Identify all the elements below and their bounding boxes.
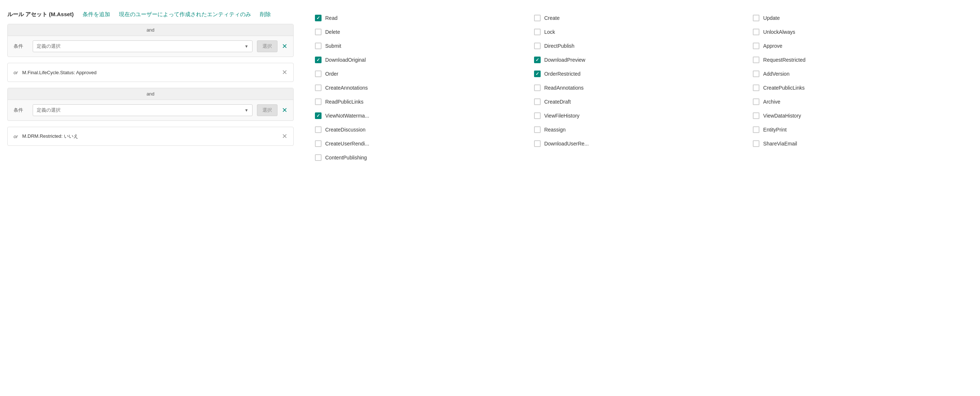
condition-select-2[interactable]: 定義の選択 ▼ [33,104,253,116]
condition-select-1[interactable]: 定義の選択 ▼ [33,40,253,52]
checkbox-submit[interactable] [315,43,321,49]
perm-label-delete: Delete [325,29,340,35]
close-icon-or-2[interactable]: ✕ [282,132,287,141]
condition-select-text-2: 定義の選択 [37,107,60,113]
checkbox-readpubliclinks[interactable] [315,99,321,105]
checkbox-downloadpreview[interactable] [534,57,541,63]
perm-label-reassign: Reassign [544,127,566,133]
condition-label-1: 条件 [14,43,28,50]
perm-item-reassign: Reassign [531,123,750,137]
checkbox-entityprint[interactable] [753,126,759,133]
condition-label-2: 条件 [14,107,28,113]
or-condition-text-2: M.DRM.Restricted: いいえ [22,133,277,140]
checkbox-archive[interactable] [753,99,759,105]
perm-item-submit: Submit [312,39,531,53]
checkbox-createannotations[interactable] [315,85,321,91]
perm-item-contentpublishing: ContentPublishing [312,151,531,164]
add-condition-link[interactable]: 条件を追加 [83,11,110,18]
close-icon-2[interactable]: ✕ [282,106,287,114]
checkbox-viewnotwaterma[interactable] [315,112,321,119]
perm-label-requestrestricted: RequestRestricted [763,57,805,63]
chevron-down-icon-1: ▼ [245,44,248,48]
perm-label-lock: Lock [544,29,555,35]
perm-item-creatediscussion: CreateDiscussion [312,123,531,137]
condition-group-header-2: and [8,88,293,100]
perm-label-read: Read [325,15,337,21]
perm-label-create: Create [544,15,560,21]
checkbox-createpubliclinks[interactable] [753,85,759,91]
checkbox-viewdatahistory[interactable] [753,112,759,119]
perm-label-directpublish: DirectPublish [544,43,574,49]
checkbox-approve[interactable] [753,43,759,49]
condition-row-2: 条件 定義の選択 ▼ 選択 ✕ [8,100,293,120]
chevron-down-icon-2: ▼ [245,108,248,112]
checkbox-addversion[interactable] [753,70,759,77]
select-button-1[interactable]: 選択 [257,40,277,52]
perm-label-createuserrendi: CreateUserRendi... [325,141,369,147]
perm-item-lock: Lock [531,25,750,39]
perm-label-orderrestricted: OrderRestricted [544,71,581,77]
perm-label-update: Update [763,15,780,21]
perm-label-creatediscussion: CreateDiscussion [325,127,366,133]
checkbox-contentpublishing[interactable] [315,154,321,161]
condition-group-header-1: and [8,24,293,36]
checkbox-delete[interactable] [315,29,321,35]
perm-item-order: Order [312,67,531,81]
perm-label-viewfilehistory: ViewFileHistory [544,113,579,119]
perm-item-readpubliclinks: ReadPublicLinks [312,95,531,109]
perm-item-orderrestricted: OrderRestricted [531,67,750,81]
condition-group-and-2: and 条件 定義の選択 ▼ 選択 ✕ [7,88,294,121]
perm-item-update: Update [750,11,969,25]
perm-label-readpubliclinks: ReadPublicLinks [325,99,363,105]
or-condition-text-1: M.Final.LifeCycle.Status: Approved [22,70,277,75]
perm-item-shareviaemail: ShareViaEmail [750,137,969,151]
current-user-only-link[interactable]: 現在のユーザーによって作成されたエンティティのみ [119,11,251,18]
perm-item-read: Read [312,11,531,25]
checkbox-requestrestricted[interactable] [753,57,759,63]
or-row-2: or M.DRM.Restricted: いいえ ✕ [7,127,294,146]
checkbox-viewfilehistory[interactable] [534,112,541,119]
perm-label-approve: Approve [763,43,782,49]
perm-item-unlockalways: UnlockAlways [750,25,969,39]
checkbox-order[interactable] [315,70,321,77]
perm-item-viewdatahistory: ViewDataHistory [750,109,969,123]
select-button-2[interactable]: 選択 [257,104,277,116]
checkbox-createuserrendi[interactable] [315,141,321,147]
or-label-1: or [14,70,18,75]
perm-item-createdraft: CreateDraft [531,95,750,109]
checkbox-update[interactable] [753,15,759,21]
checkbox-downloadoriginal[interactable] [315,57,321,63]
perm-item-delete: Delete [312,25,531,39]
checkbox-lock[interactable] [534,29,541,35]
perm-label-entityprint: EntityPrint [763,127,787,133]
checkbox-unlockalways[interactable] [753,29,759,35]
perm-label-contentpublishing: ContentPublishing [325,155,367,161]
checkbox-shareviaemail[interactable] [753,141,759,147]
condition-row-1: 条件 定義の選択 ▼ 選択 ✕ [8,36,293,57]
perm-item-approve: Approve [750,39,969,53]
permissions-grid: ReadCreateUpdateDeleteLockUnlockAlwaysSu… [312,11,969,164]
checkbox-read[interactable] [315,15,321,21]
checkbox-directpublish[interactable] [534,43,541,49]
condition-select-text-1: 定義の選択 [37,43,60,50]
perm-label-viewdatahistory: ViewDataHistory [763,113,801,119]
delete-rule-link[interactable]: 削除 [260,11,271,18]
checkbox-readannotations[interactable] [534,85,541,91]
perm-label-downloadpreview: DownloadPreview [544,57,585,63]
condition-group-and-1: and 条件 定義の選択 ▼ 選択 ✕ [7,24,294,57]
perm-item-createpubliclinks: CreatePublicLinks [750,81,969,95]
perm-label-downloadoriginal: DownloadOriginal [325,57,366,63]
close-icon-1[interactable]: ✕ [282,42,287,50]
checkbox-downloaduserre[interactable] [534,141,541,147]
perm-label-unlockalways: UnlockAlways [763,29,795,35]
rule-title: ルール アセット (M.Asset) [7,11,74,18]
perm-label-downloaduserre: DownloadUserRe... [544,141,589,147]
checkbox-creatediscussion[interactable] [315,126,321,133]
perm-item-create: Create [531,11,750,25]
close-icon-or-1[interactable]: ✕ [282,68,287,77]
checkbox-createdraft[interactable] [534,99,541,105]
checkbox-create[interactable] [534,15,541,21]
checkbox-orderrestricted[interactable] [534,70,541,77]
perm-label-createannotations: CreateAnnotations [325,85,368,91]
checkbox-reassign[interactable] [534,126,541,133]
